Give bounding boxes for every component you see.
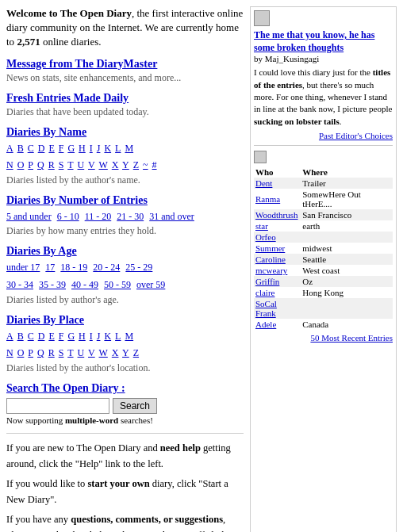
- age-range-link[interactable]: 50 - 59: [104, 279, 131, 290]
- right-panel: The me that you know, he has some broken…: [250, 6, 397, 532]
- online-user-link[interactable]: Adele: [255, 320, 276, 329]
- range-link[interactable]: 21 - 30: [117, 211, 144, 222]
- online-user-link[interactable]: Summer: [255, 243, 285, 253]
- alpha-name-D[interactable]: D: [38, 143, 45, 154]
- alpha-place-V[interactable]: V: [88, 347, 95, 358]
- alpha-place-N[interactable]: N: [6, 347, 13, 358]
- alpha-name-P[interactable]: P: [28, 159, 33, 170]
- online-who-cell: Dent: [254, 178, 301, 189]
- search-section: Search The Open Diary : Search Now suppo…: [6, 382, 244, 425]
- alpha-name-Y[interactable]: Y: [122, 159, 129, 170]
- alpha-name-M[interactable]: M: [125, 143, 133, 154]
- alpha-name-T[interactable]: T: [67, 159, 73, 170]
- alpha-place-C[interactable]: C: [28, 331, 34, 342]
- alpha-name-S[interactable]: S: [59, 159, 64, 170]
- range-link[interactable]: 31 and over: [149, 211, 194, 222]
- search-input[interactable]: [6, 398, 109, 414]
- age-range-link[interactable]: under 17: [6, 262, 40, 273]
- by-number-link[interactable]: Diaries By Number of Entries: [6, 194, 244, 207]
- alpha-name-U[interactable]: U: [78, 159, 85, 170]
- alpha-name-J[interactable]: J: [97, 143, 101, 154]
- online-user-link[interactable]: Woodthrush: [255, 210, 298, 220]
- online-user-link[interactable]: Ranma: [255, 194, 280, 204]
- alpha-place-A[interactable]: A: [6, 331, 13, 342]
- past-choices-link[interactable]: Past Editor's Choices: [254, 131, 393, 140]
- alpha-place-Q[interactable]: Q: [37, 347, 44, 358]
- alpha-name-Z[interactable]: Z: [133, 159, 139, 170]
- most-recent-link[interactable]: 50 Most Recent Entries: [254, 333, 393, 343]
- alpha-name-#[interactable]: #: [152, 159, 157, 170]
- featured-text: I could love this diary just for the tit…: [254, 67, 393, 128]
- alpha-place-T[interactable]: T: [67, 347, 73, 358]
- alpha-place-O[interactable]: O: [17, 347, 25, 358]
- alpha-place-R[interactable]: R: [48, 347, 55, 358]
- by-name-link[interactable]: Diaries By Name: [6, 126, 244, 139]
- online-user-link[interactable]: Caroline: [255, 255, 286, 264]
- alpha-place-G[interactable]: G: [67, 331, 75, 342]
- alpha-place-S[interactable]: S: [59, 347, 64, 358]
- online-where-cell: Seattle: [301, 254, 393, 265]
- range-link[interactable]: 11 - 20: [85, 211, 112, 222]
- age-range-link[interactable]: 18 - 19: [60, 262, 87, 273]
- alpha-place-Z[interactable]: Z: [133, 347, 139, 358]
- online-user-link[interactable]: SoCal Frank: [255, 299, 277, 318]
- featured-title[interactable]: The me that you know, he has some broken…: [254, 29, 374, 53]
- age-range-link[interactable]: 40 - 49: [71, 279, 98, 290]
- age-range-link[interactable]: 35 - 39: [39, 279, 66, 290]
- message-link[interactable]: Message from The DiaryMaster: [6, 58, 244, 71]
- alpha-name-F[interactable]: F: [59, 143, 64, 154]
- help-line1: If you are new to The Open Diary and nee…: [6, 440, 244, 472]
- online-user-row: GriffinOz: [254, 276, 393, 287]
- alpha-place-H[interactable]: H: [79, 331, 86, 342]
- alpha-place-E[interactable]: E: [48, 331, 54, 342]
- alpha-place-I[interactable]: I: [90, 331, 93, 342]
- by-age-link[interactable]: Diaries By Age: [6, 245, 244, 258]
- alpha-place-B[interactable]: B: [17, 331, 24, 342]
- alpha-name-N[interactable]: N: [6, 159, 13, 170]
- age-range-link[interactable]: 17: [45, 262, 55, 273]
- alpha-place-X[interactable]: X: [112, 347, 119, 358]
- online-user-link[interactable]: Dent: [255, 178, 272, 188]
- alpha-name-E[interactable]: E: [48, 143, 54, 154]
- alpha-place-K[interactable]: K: [104, 331, 111, 342]
- alpha-name-O[interactable]: O: [17, 159, 25, 170]
- alpha-name-L[interactable]: L: [115, 143, 121, 154]
- alpha-place-F[interactable]: F: [59, 331, 64, 342]
- alpha-name-A[interactable]: A: [6, 143, 13, 154]
- alpha-name-C[interactable]: C: [28, 143, 34, 154]
- alpha-place-L[interactable]: L: [115, 331, 121, 342]
- online-user-link[interactable]: mcweary: [255, 266, 287, 275]
- online-user-link[interactable]: Griffin: [255, 277, 279, 286]
- alpha-name-G[interactable]: G: [67, 143, 75, 154]
- alpha-place-J[interactable]: J: [97, 331, 101, 342]
- alpha-name-R[interactable]: R: [48, 159, 55, 170]
- age-range-link[interactable]: over 59: [136, 279, 165, 290]
- alpha-name-B[interactable]: B: [17, 143, 24, 154]
- alpha-place-W[interactable]: W: [98, 347, 107, 358]
- alpha-name-~[interactable]: ~: [143, 159, 148, 170]
- by-place-link[interactable]: Diaries By Place: [6, 314, 244, 327]
- online-user-link[interactable]: Orfeo: [255, 232, 276, 242]
- age-range-link[interactable]: 25 - 29: [125, 262, 152, 273]
- alpha-name-V[interactable]: V: [88, 159, 95, 170]
- online-user-link[interactable]: claire: [255, 288, 274, 297]
- alpha-place-M[interactable]: M: [125, 331, 133, 342]
- search-button[interactable]: Search: [113, 398, 157, 414]
- age-range-link[interactable]: 30 - 34: [6, 279, 33, 290]
- alpha-name-X[interactable]: X: [112, 159, 119, 170]
- alpha-place-D[interactable]: D: [38, 331, 45, 342]
- alpha-name-H[interactable]: H: [79, 143, 86, 154]
- alpha-place-U[interactable]: U: [78, 347, 85, 358]
- alpha-name-K[interactable]: K: [104, 143, 111, 154]
- online-user-link[interactable]: star: [255, 221, 268, 231]
- alpha-name-I[interactable]: I: [90, 143, 93, 154]
- alpha-place-P[interactable]: P: [28, 347, 33, 358]
- who-header: Who: [254, 166, 301, 178]
- age-range-link[interactable]: 20 - 24: [93, 262, 120, 273]
- fresh-entries-link[interactable]: Fresh Entries Made Daily: [6, 92, 244, 105]
- alpha-place-Y[interactable]: Y: [122, 347, 129, 358]
- alpha-name-Q[interactable]: Q: [37, 159, 44, 170]
- range-link[interactable]: 6 - 10: [57, 211, 79, 222]
- range-link[interactable]: 5 and under: [6, 211, 52, 222]
- alpha-name-W[interactable]: W: [98, 159, 107, 170]
